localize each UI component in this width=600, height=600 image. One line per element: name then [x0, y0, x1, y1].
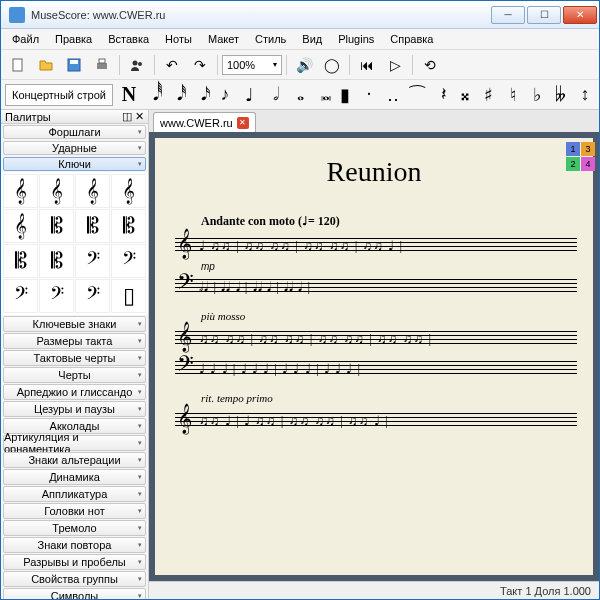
- tab[interactable]: www.CWER.ru ✕: [153, 112, 256, 132]
- clef-item[interactable]: 𝄡: [39, 209, 74, 243]
- menu-notes[interactable]: Ноты: [158, 31, 199, 47]
- palette-item[interactable]: Цезуры и паузы: [3, 401, 146, 417]
- score-title: Reunion: [171, 156, 577, 188]
- palette-item[interactable]: Разрывы и пробелы: [3, 554, 146, 570]
- close-button[interactable]: ✕: [563, 6, 597, 24]
- natural-button[interactable]: ♮: [505, 84, 521, 106]
- voice-3[interactable]: 3: [581, 142, 595, 156]
- titlebar: MuseScore: www.CWER.ru ─ ☐ ✕: [1, 1, 599, 29]
- menu-help[interactable]: Справка: [383, 31, 440, 47]
- palette-item[interactable]: Свойства группы: [3, 571, 146, 587]
- palette-item[interactable]: Размеры такта: [3, 333, 146, 349]
- clef-item[interactable]: 𝄞: [39, 174, 74, 208]
- community-button[interactable]: [124, 53, 150, 77]
- metronome-button[interactable]: ◯: [319, 53, 345, 77]
- duration-4[interactable]: ♩: [241, 84, 257, 106]
- concert-label: Концертный строй: [12, 89, 106, 101]
- flip-button[interactable]: ↕: [577, 84, 593, 105]
- system: 𝄞♫♫ ♫♫ | ♫♫ ♫♫ | ♫♫ ♫♫ | ♫♫ ♫♫ | 𝄢♩ ♩ ♩ …: [171, 324, 577, 384]
- menu-layout[interactable]: Макет: [201, 31, 246, 47]
- duration-longa[interactable]: ▮: [337, 84, 353, 106]
- tab-close-icon[interactable]: ✕: [237, 117, 249, 129]
- save-button[interactable]: [61, 53, 87, 77]
- play-button[interactable]: ▷: [382, 53, 408, 77]
- rewind-button[interactable]: ⏮: [354, 53, 380, 77]
- maximize-button[interactable]: ☐: [527, 6, 561, 24]
- clef-item[interactable]: 𝄞: [75, 174, 110, 208]
- double-dot-button[interactable]: ‥: [385, 84, 401, 106]
- menu-edit[interactable]: Правка: [48, 31, 99, 47]
- print-button[interactable]: [89, 53, 115, 77]
- palette-item[interactable]: Динамика: [3, 469, 146, 485]
- duration-8[interactable]: ♪: [217, 84, 233, 105]
- menu-file[interactable]: Файл: [5, 31, 46, 47]
- palette-item[interactable]: Тактовые черты: [3, 350, 146, 366]
- voice-1[interactable]: 1: [566, 142, 580, 156]
- undock-icon[interactable]: ◫: [122, 110, 132, 123]
- palette-item[interactable]: Арпеджио и глиссандо: [3, 384, 146, 400]
- clef-item[interactable]: 𝄞: [3, 174, 38, 208]
- menu-view[interactable]: Вид: [295, 31, 329, 47]
- palette-grace[interactable]: Форшлаги: [3, 125, 146, 139]
- voice-4[interactable]: 4: [581, 157, 595, 171]
- clef-item[interactable]: 𝄢: [3, 279, 38, 313]
- palette-item[interactable]: Тремоло: [3, 520, 146, 536]
- open-button[interactable]: [33, 53, 59, 77]
- svg-rect-0: [13, 59, 22, 71]
- menu-style[interactable]: Стиль: [248, 31, 293, 47]
- menubar: Файл Правка Вставка Ноты Макет Стиль Вид…: [1, 29, 599, 49]
- flat2-button[interactable]: 𝄫: [553, 84, 569, 105]
- menu-plugins[interactable]: Plugins: [331, 31, 381, 47]
- clef-item[interactable]: 𝄞: [111, 174, 146, 208]
- menu-insert[interactable]: Вставка: [101, 31, 156, 47]
- duration-1[interactable]: 𝅝: [289, 84, 305, 105]
- staff-treble: 𝄞♩ ♫♫ | ♫♫ ♫♫ | ♫♫ ♫♫ | ♫♫ ♩ |: [175, 231, 577, 261]
- clef-item[interactable]: 𝄢: [39, 279, 74, 313]
- dot-button[interactable]: ·: [361, 84, 377, 105]
- undo-button[interactable]: ↶: [159, 53, 185, 77]
- duration-16[interactable]: 𝅘𝅥𝅯: [193, 84, 209, 105]
- repeat-button[interactable]: ⟲: [417, 53, 443, 77]
- clef-item[interactable]: 𝄡: [39, 244, 74, 278]
- palette-item[interactable]: Головки нот: [3, 503, 146, 519]
- clef-item[interactable]: 𝄢: [75, 279, 110, 313]
- palette-item[interactable]: Ключевые знаки: [3, 316, 146, 332]
- clef-item[interactable]: 𝄢: [111, 244, 146, 278]
- clef-item[interactable]: 𝄞: [3, 209, 38, 243]
- palette-item[interactable]: Аппликатура: [3, 486, 146, 502]
- clef-item[interactable]: 𝄡: [75, 209, 110, 243]
- minimize-button[interactable]: ─: [491, 6, 525, 24]
- rest-button[interactable]: 𝄽: [433, 84, 449, 105]
- score-view[interactable]: Reunion Andante con moto (♩= 120) 𝄞♩ ♫♫ …: [149, 132, 599, 581]
- palette-drums[interactable]: Ударные: [3, 141, 146, 155]
- note-input-button[interactable]: N: [121, 83, 137, 106]
- duration-64[interactable]: 𝅘𝅥𝅱: [145, 84, 161, 105]
- clef-item[interactable]: 𝄡: [111, 209, 146, 243]
- duration-2[interactable]: 𝅗𝅥: [265, 84, 281, 105]
- duration-breve[interactable]: 𝅜: [313, 84, 329, 105]
- clef-item[interactable]: ▯: [111, 279, 146, 313]
- duration-32[interactable]: 𝅘𝅥𝅰: [169, 84, 185, 105]
- system: 𝄞♫♫ ♩ | ♩ ♫♫ | ♫♫ ♫♫ | ♫♫ ♩ |: [171, 406, 577, 436]
- voice-2[interactable]: 2: [566, 157, 580, 171]
- sharp2-button[interactable]: 𝄪: [457, 84, 473, 105]
- new-button[interactable]: [5, 53, 31, 77]
- redo-button[interactable]: ↷: [187, 53, 213, 77]
- clef-item[interactable]: 𝄢: [75, 244, 110, 278]
- flat-button[interactable]: ♭: [529, 84, 545, 106]
- palette-item[interactable]: Артикуляция и орнаментика: [3, 435, 146, 451]
- voice-selector: 1 3 2 4: [566, 142, 595, 171]
- close-panel-icon[interactable]: ✕: [135, 110, 144, 123]
- palette-clefs[interactable]: Ключи: [3, 157, 146, 171]
- palette-item[interactable]: Черты: [3, 367, 146, 383]
- score-page: Reunion Andante con moto (♩= 120) 𝄞♩ ♫♫ …: [155, 138, 593, 575]
- sharp-button[interactable]: ♯: [481, 84, 497, 106]
- tie-button[interactable]: ⁀: [409, 84, 425, 106]
- concert-pitch-button[interactable]: Концертный строй: [5, 84, 113, 106]
- palette-item[interactable]: Знаки повтора: [3, 537, 146, 553]
- sound-button[interactable]: 🔊: [291, 53, 317, 77]
- clef-item[interactable]: 𝄡: [3, 244, 38, 278]
- palette-item[interactable]: Знаки альтерации: [3, 452, 146, 468]
- zoom-select[interactable]: 100%▾: [222, 55, 282, 75]
- palette-item[interactable]: Символы: [3, 588, 146, 599]
